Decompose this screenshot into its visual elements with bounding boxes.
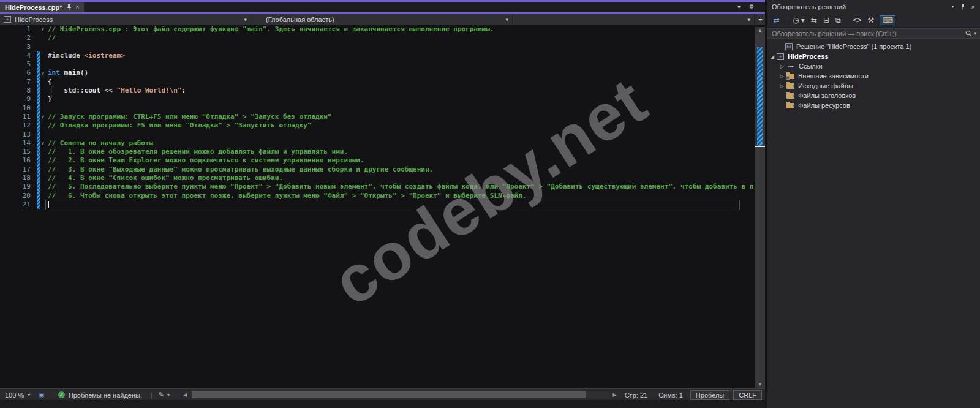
solution-icon: ⋈: [785, 43, 793, 50]
expander-icon[interactable]: ▷: [778, 64, 786, 69]
status-eol-toggle[interactable]: CRLF: [733, 390, 762, 400]
tree-item-label: Файлы заголовков: [798, 92, 856, 99]
tree-item[interactable]: ▼Файлы заголовков: [767, 91, 980, 100]
code-segment: {: [48, 78, 52, 86]
health-indicator[interactable]: ✓ Проблемы не найдены.: [58, 391, 142, 399]
vertical-scrollbar[interactable]: ▲ ▼: [755, 27, 765, 388]
code-segment: // 6. Чтобы снова открыть этот проект по…: [48, 192, 526, 200]
code-segment: // Советы по началу работы: [48, 139, 153, 147]
code-segment: ;: [182, 86, 186, 94]
close-icon[interactable]: ×: [76, 4, 80, 10]
tree-item[interactable]: ⋈Решение "HideProcess" (1 проекта 1): [767, 42, 980, 51]
chevron-down-icon: ▾: [505, 17, 508, 23]
code-line[interactable]: [0, 200, 753, 209]
code-editor[interactable]: 123456789101112131415161718192021 ∨∨∨∨ /…: [0, 25, 753, 388]
status-line: Стр: 21: [625, 391, 647, 399]
health-text: Проблемы не найдены.: [69, 391, 142, 399]
solution-explorer-toolbar: ⇄◷ ▾⇆⊟⧉<>⚒⌨: [767, 13, 980, 28]
split-editor-button[interactable]: ÷: [755, 14, 766, 25]
properties-icon[interactable]: ⚒: [868, 15, 875, 26]
scope-dropdown-value: (Глобальная область): [266, 16, 334, 23]
tree-item[interactable]: ▼Файлы ресурсов: [767, 100, 980, 110]
code-segment: cout: [85, 86, 101, 94]
panel-title-bar[interactable]: Обозреватель решений ▾ ×: [767, 0, 980, 13]
scroll-up-icon[interactable]: ▲: [755, 27, 765, 34]
solution-search-box[interactable]: Обозреватель решений — поиск (Ctrl+;) ▾: [767, 28, 980, 39]
filter-folder-icon: ▼: [786, 93, 794, 99]
expander-icon[interactable]: ▷: [778, 83, 786, 89]
tab-hideprocess-cpp[interactable]: HideProcess.cpp* ×: [0, 2, 84, 12]
tree-item[interactable]: ▷Внешние зависимости: [767, 71, 980, 81]
gear-icon[interactable]: ⚙: [749, 3, 755, 10]
code-line[interactable]: // 2. В окне Team Explorer можно подключ…: [0, 156, 753, 165]
solution-tree: ⋈Решение "HideProcess" (1 проекта 1)◢+Hi…: [767, 42, 980, 110]
preview-selected-items-icon[interactable]: ⌨: [880, 15, 895, 25]
filter-folder-icon: ▼: [786, 83, 794, 89]
switch-views-icon[interactable]: ⇆: [811, 15, 817, 26]
sync-with-active-document-icon[interactable]: ⇄: [774, 15, 780, 26]
code-segment: #include: [48, 51, 85, 59]
hscroll-left-icon[interactable]: ◀: [183, 392, 187, 398]
tab-overflow-chevron-icon[interactable]: ▾: [737, 3, 741, 10]
tree-item-label: Решение "HideProcess" (1 проекта 1): [796, 43, 911, 50]
hscroll-right-icon[interactable]: ▶: [613, 392, 617, 398]
code-line[interactable]: std::cout << "Hello World!\n";: [0, 86, 753, 95]
code-line[interactable]: }: [0, 95, 753, 104]
zoom-dropdown[interactable]: 100 % ▾: [5, 391, 30, 399]
tree-item[interactable]: ◢+HideProcess: [767, 51, 980, 61]
project-dropdown[interactable]: + HideProcess ▾: [0, 14, 251, 25]
status-spaces-toggle[interactable]: Пробелы: [690, 390, 729, 400]
panel-title: Обозреватель решений: [772, 3, 846, 10]
code-line[interactable]: [0, 43, 753, 51]
chevron-down-icon: ▾: [28, 392, 30, 398]
show-all-files-icon[interactable]: ⧉: [835, 15, 841, 26]
code-line[interactable]: // Отладка программы: F5 или меню "Отлад…: [0, 121, 753, 130]
code-segment: // HideProcess.cpp : Этот файл содержит …: [48, 25, 494, 33]
status-indicator-icon[interactable]: ◉: [39, 391, 45, 399]
code-line[interactable]: // 6. Чтобы снова открыть этот проект по…: [0, 192, 753, 200]
tree-item-label: Внешние зависимости: [798, 72, 869, 80]
code-line[interactable]: {: [0, 78, 753, 86]
tree-item[interactable]: ▷⊶Ссылки: [767, 61, 980, 71]
collapse-all-icon[interactable]: ⊟: [823, 15, 829, 26]
member-dropdown[interactable]: ▾: [513, 14, 755, 25]
external-dependencies-icon: [786, 74, 794, 79]
code-line[interactable]: [0, 60, 753, 69]
brush-icon: ✎: [159, 391, 164, 399]
hscroll-thumb[interactable]: [192, 391, 585, 398]
scroll-down-icon[interactable]: ▼: [755, 381, 765, 388]
code-line[interactable]: int main(): [0, 69, 753, 77]
code-line[interactable]: [0, 130, 753, 139]
tree-item[interactable]: ▷▼Исходные файлы: [767, 81, 980, 91]
code-line[interactable]: [0, 104, 753, 113]
formatting-brush-button[interactable]: ✎ ▾: [159, 391, 170, 399]
code-line[interactable]: // 3. В окне "Выходные данные" можно про…: [0, 165, 753, 174]
code-line[interactable]: // Советы по началу работы: [0, 139, 753, 148]
tree-item-label: Ссылки: [799, 62, 823, 70]
code-segment: <iostream>: [85, 51, 125, 59]
view-code-icon[interactable]: <>: [853, 15, 862, 26]
chevron-down-icon[interactable]: ▾: [974, 31, 976, 36]
pin-icon[interactable]: [960, 4, 965, 10]
search-icon[interactable]: [965, 30, 972, 37]
code-segment: main: [64, 69, 81, 77]
code-line[interactable]: // 1. В окне обозревателя решений можно …: [0, 148, 753, 156]
document-tab-strip: HideProcess.cpp* × ▾ ⚙: [0, 0, 766, 14]
code-line[interactable]: // 4. В окне "Список ошибок" можно просм…: [0, 174, 753, 183]
code-line[interactable]: // Запуск программы: CTRL+F5 или меню "О…: [0, 113, 753, 121]
code-line[interactable]: // 5. Последовательно выберите пункты ме…: [0, 183, 753, 191]
code-line[interactable]: // HideProcess.cpp : Этот файл содержит …: [0, 25, 753, 34]
scrollbar-caret-mark: [755, 146, 765, 147]
code-segment: // 1. В окне обозревателя решений можно …: [48, 148, 348, 156]
expander-icon[interactable]: ▷: [778, 74, 786, 79]
scope-dropdown[interactable]: (Глобальная область) ▾: [251, 14, 513, 25]
horizontal-scrollbar[interactable]: [190, 391, 609, 398]
code-line[interactable]: //: [0, 34, 753, 42]
close-icon[interactable]: ×: [971, 3, 975, 10]
pending-changes-filter-icon[interactable]: ◷ ▾: [793, 15, 805, 26]
search-placeholder: Обозреватель решений — поиск (Ctrl+;): [772, 30, 897, 37]
expander-icon[interactable]: ◢: [768, 54, 777, 59]
chevron-down-icon[interactable]: ▾: [952, 4, 954, 9]
pin-icon[interactable]: [67, 4, 72, 10]
code-line[interactable]: #include <iostream>: [0, 51, 753, 60]
